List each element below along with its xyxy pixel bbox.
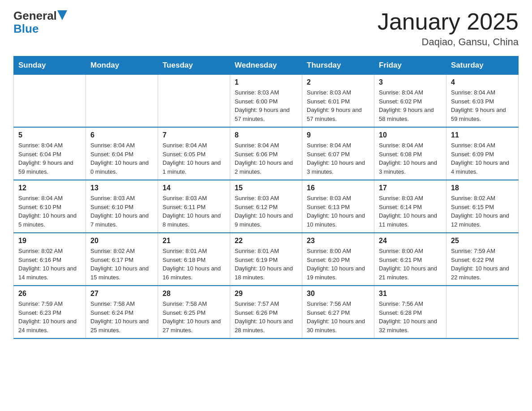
- logo-line1: General: [13, 9, 67, 23]
- calendar-cell: 14Sunrise: 8:03 AM Sunset: 6:11 PM Dayli…: [158, 180, 230, 233]
- calendar-cell: 18Sunrise: 8:02 AM Sunset: 6:15 PM Dayli…: [446, 180, 519, 233]
- day-info: Sunrise: 8:04 AM Sunset: 6:04 PM Dayligh…: [18, 141, 81, 176]
- day-info: Sunrise: 7:57 AM Sunset: 6:26 PM Dayligh…: [235, 300, 297, 334]
- day-number: 27: [90, 290, 153, 298]
- calendar-cell: 28Sunrise: 7:58 AM Sunset: 6:25 PM Dayli…: [158, 286, 230, 338]
- svg-marker-0: [57, 10, 67, 20]
- calendar-cell: 19Sunrise: 8:02 AM Sunset: 6:16 PM Dayli…: [14, 233, 86, 286]
- calendar-cell: 7Sunrise: 8:04 AM Sunset: 6:05 PM Daylig…: [158, 127, 230, 180]
- page-header: General Blue January 2025 Daqiao, Gansu,…: [13, 9, 519, 48]
- title-block: January 2025 Daqiao, Gansu, China: [378, 9, 519, 48]
- col-header-friday: Friday: [374, 56, 446, 75]
- day-number: 15: [235, 184, 297, 192]
- day-number: 24: [379, 237, 442, 245]
- calendar-cell: 24Sunrise: 8:00 AM Sunset: 6:21 PM Dayli…: [374, 233, 446, 286]
- day-number: 26: [18, 290, 81, 298]
- day-info: Sunrise: 8:04 AM Sunset: 6:07 PM Dayligh…: [307, 141, 369, 176]
- day-number: 21: [163, 237, 225, 245]
- col-header-wednesday: Wednesday: [230, 56, 302, 75]
- col-header-monday: Monday: [86, 56, 158, 75]
- day-number: 19: [18, 237, 81, 245]
- day-info: Sunrise: 8:04 AM Sunset: 6:10 PM Dayligh…: [18, 194, 81, 229]
- col-header-sunday: Sunday: [14, 56, 86, 75]
- calendar-cell: 4Sunrise: 8:04 AM Sunset: 6:03 PM Daylig…: [446, 75, 519, 128]
- calendar-cell: 20Sunrise: 8:02 AM Sunset: 6:17 PM Dayli…: [86, 233, 158, 286]
- logo-blue-text: Blue: [13, 23, 39, 34]
- logo-general-text: General: [13, 9, 57, 23]
- day-number: 8: [235, 131, 297, 139]
- day-info: Sunrise: 7:56 AM Sunset: 6:27 PM Dayligh…: [307, 300, 369, 334]
- day-info: Sunrise: 8:03 AM Sunset: 6:14 PM Dayligh…: [379, 194, 442, 229]
- day-number: 2: [307, 78, 369, 86]
- day-number: 20: [90, 237, 153, 245]
- week-row-4: 19Sunrise: 8:02 AM Sunset: 6:16 PM Dayli…: [14, 233, 519, 286]
- calendar-cell: 3Sunrise: 8:04 AM Sunset: 6:02 PM Daylig…: [374, 75, 446, 128]
- day-info: Sunrise: 8:02 AM Sunset: 6:17 PM Dayligh…: [90, 247, 153, 282]
- calendar-cell: 26Sunrise: 7:59 AM Sunset: 6:23 PM Dayli…: [14, 286, 86, 338]
- day-number: 23: [307, 237, 369, 245]
- day-number: 12: [18, 184, 81, 192]
- day-info: Sunrise: 8:04 AM Sunset: 6:09 PM Dayligh…: [451, 141, 514, 176]
- calendar-cell: 10Sunrise: 8:04 AM Sunset: 6:08 PM Dayli…: [374, 127, 446, 180]
- calendar-table: SundayMondayTuesdayWednesdayThursdayFrid…: [13, 56, 519, 339]
- day-info: Sunrise: 8:03 AM Sunset: 6:01 PM Dayligh…: [307, 88, 369, 123]
- day-number: 28: [163, 290, 225, 298]
- day-number: 22: [235, 237, 297, 245]
- day-info: Sunrise: 8:04 AM Sunset: 6:02 PM Dayligh…: [379, 88, 442, 123]
- calendar-cell: 15Sunrise: 8:03 AM Sunset: 6:12 PM Dayli…: [230, 180, 302, 233]
- calendar-cell: 30Sunrise: 7:56 AM Sunset: 6:27 PM Dayli…: [302, 286, 374, 338]
- logo: General Blue: [13, 9, 67, 34]
- calendar-cell: 17Sunrise: 8:03 AM Sunset: 6:14 PM Dayli…: [374, 180, 446, 233]
- calendar-cell: 16Sunrise: 8:03 AM Sunset: 6:13 PM Dayli…: [302, 180, 374, 233]
- calendar-cell: 31Sunrise: 7:56 AM Sunset: 6:28 PM Dayli…: [374, 286, 446, 338]
- calendar-cell: 9Sunrise: 8:04 AM Sunset: 6:07 PM Daylig…: [302, 127, 374, 180]
- calendar-cell: [14, 75, 86, 128]
- day-info: Sunrise: 8:03 AM Sunset: 6:00 PM Dayligh…: [235, 88, 297, 123]
- day-number: 7: [163, 131, 225, 139]
- day-number: 13: [90, 184, 153, 192]
- month-year-title: January 2025: [378, 9, 519, 34]
- calendar-cell: 2Sunrise: 8:03 AM Sunset: 6:01 PM Daylig…: [302, 75, 374, 128]
- day-info: Sunrise: 8:04 AM Sunset: 6:05 PM Dayligh…: [163, 141, 225, 176]
- col-header-tuesday: Tuesday: [158, 56, 230, 75]
- calendar-cell: 12Sunrise: 8:04 AM Sunset: 6:10 PM Dayli…: [14, 180, 86, 233]
- calendar-cell: 27Sunrise: 7:58 AM Sunset: 6:24 PM Dayli…: [86, 286, 158, 338]
- week-row-1: 1Sunrise: 8:03 AM Sunset: 6:00 PM Daylig…: [14, 75, 519, 128]
- day-info: Sunrise: 8:01 AM Sunset: 6:19 PM Dayligh…: [235, 247, 297, 282]
- week-row-2: 5Sunrise: 8:04 AM Sunset: 6:04 PM Daylig…: [14, 127, 519, 180]
- day-number: 16: [307, 184, 369, 192]
- day-info: Sunrise: 8:02 AM Sunset: 6:16 PM Dayligh…: [18, 247, 81, 282]
- day-number: 5: [18, 131, 81, 139]
- calendar-cell: 23Sunrise: 8:00 AM Sunset: 6:20 PM Dayli…: [302, 233, 374, 286]
- day-number: 31: [379, 290, 442, 298]
- day-info: Sunrise: 7:58 AM Sunset: 6:24 PM Dayligh…: [90, 300, 153, 334]
- day-number: 3: [379, 78, 442, 86]
- day-info: Sunrise: 8:03 AM Sunset: 6:12 PM Dayligh…: [235, 194, 297, 229]
- location-subtitle: Daqiao, Gansu, China: [378, 36, 519, 48]
- day-info: Sunrise: 7:59 AM Sunset: 6:22 PM Dayligh…: [451, 247, 514, 282]
- calendar-cell: 22Sunrise: 8:01 AM Sunset: 6:19 PM Dayli…: [230, 233, 302, 286]
- day-number: 29: [235, 290, 297, 298]
- calendar-cell: 5Sunrise: 8:04 AM Sunset: 6:04 PM Daylig…: [14, 127, 86, 180]
- day-number: 9: [307, 131, 369, 139]
- calendar-cell: [446, 286, 519, 338]
- calendar-cell: [158, 75, 230, 128]
- day-number: 11: [451, 131, 514, 139]
- day-info: Sunrise: 7:58 AM Sunset: 6:25 PM Dayligh…: [163, 300, 225, 334]
- logo-triangle-icon: [57, 10, 67, 20]
- calendar-cell: [86, 75, 158, 128]
- day-number: 6: [90, 131, 153, 139]
- calendar-cell: 21Sunrise: 8:01 AM Sunset: 6:18 PM Dayli…: [158, 233, 230, 286]
- calendar-cell: 11Sunrise: 8:04 AM Sunset: 6:09 PM Dayli…: [446, 127, 519, 180]
- day-info: Sunrise: 8:02 AM Sunset: 6:15 PM Dayligh…: [451, 194, 514, 229]
- day-number: 4: [451, 78, 514, 86]
- day-info: Sunrise: 8:00 AM Sunset: 6:20 PM Dayligh…: [307, 247, 369, 282]
- day-info: Sunrise: 8:01 AM Sunset: 6:18 PM Dayligh…: [163, 247, 225, 282]
- col-header-thursday: Thursday: [302, 56, 374, 75]
- calendar-cell: 6Sunrise: 8:04 AM Sunset: 6:04 PM Daylig…: [86, 127, 158, 180]
- day-number: 17: [379, 184, 442, 192]
- day-number: 10: [379, 131, 442, 139]
- day-info: Sunrise: 8:03 AM Sunset: 6:13 PM Dayligh…: [307, 194, 369, 229]
- day-number: 14: [163, 184, 225, 192]
- col-header-saturday: Saturday: [446, 56, 519, 75]
